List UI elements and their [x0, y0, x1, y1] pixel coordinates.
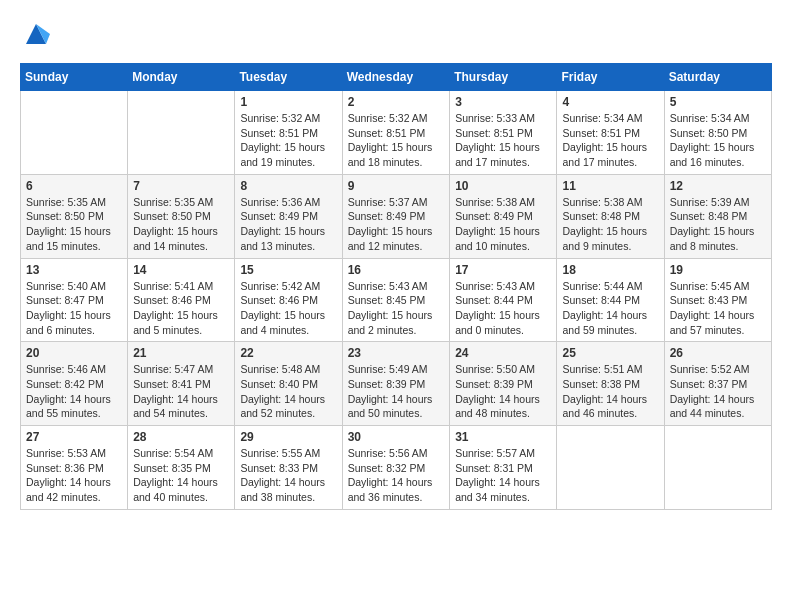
day-info: Sunrise: 5:49 AM Sunset: 8:39 PM Dayligh… [348, 362, 445, 421]
day-number: 20 [26, 346, 122, 360]
day-number: 30 [348, 430, 445, 444]
day-info: Sunrise: 5:55 AM Sunset: 8:33 PM Dayligh… [240, 446, 336, 505]
calendar-cell: 6Sunrise: 5:35 AM Sunset: 8:50 PM Daylig… [21, 174, 128, 258]
calendar-cell: 21Sunrise: 5:47 AM Sunset: 8:41 PM Dayli… [128, 342, 235, 426]
day-info: Sunrise: 5:33 AM Sunset: 8:51 PM Dayligh… [455, 111, 551, 170]
calendar-cell: 13Sunrise: 5:40 AM Sunset: 8:47 PM Dayli… [21, 258, 128, 342]
weekday-header-cell: Tuesday [235, 64, 342, 91]
calendar-cell: 29Sunrise: 5:55 AM Sunset: 8:33 PM Dayli… [235, 426, 342, 510]
calendar-table: SundayMondayTuesdayWednesdayThursdayFrid… [20, 63, 772, 510]
calendar-cell: 4Sunrise: 5:34 AM Sunset: 8:51 PM Daylig… [557, 91, 664, 175]
calendar-cell [128, 91, 235, 175]
calendar-cell: 2Sunrise: 5:32 AM Sunset: 8:51 PM Daylig… [342, 91, 450, 175]
calendar-cell: 30Sunrise: 5:56 AM Sunset: 8:32 PM Dayli… [342, 426, 450, 510]
day-number: 9 [348, 179, 445, 193]
logo-icon [22, 20, 50, 48]
day-info: Sunrise: 5:51 AM Sunset: 8:38 PM Dayligh… [562, 362, 658, 421]
calendar-cell: 27Sunrise: 5:53 AM Sunset: 8:36 PM Dayli… [21, 426, 128, 510]
day-info: Sunrise: 5:35 AM Sunset: 8:50 PM Dayligh… [26, 195, 122, 254]
day-number: 14 [133, 263, 229, 277]
weekday-header-cell: Thursday [450, 64, 557, 91]
day-number: 12 [670, 179, 766, 193]
calendar-cell [664, 426, 771, 510]
calendar-cell: 31Sunrise: 5:57 AM Sunset: 8:31 PM Dayli… [450, 426, 557, 510]
calendar-cell: 24Sunrise: 5:50 AM Sunset: 8:39 PM Dayli… [450, 342, 557, 426]
calendar-cell: 12Sunrise: 5:39 AM Sunset: 8:48 PM Dayli… [664, 174, 771, 258]
day-info: Sunrise: 5:44 AM Sunset: 8:44 PM Dayligh… [562, 279, 658, 338]
calendar-week-row: 20Sunrise: 5:46 AM Sunset: 8:42 PM Dayli… [21, 342, 772, 426]
day-number: 31 [455, 430, 551, 444]
day-number: 23 [348, 346, 445, 360]
calendar-cell: 14Sunrise: 5:41 AM Sunset: 8:46 PM Dayli… [128, 258, 235, 342]
day-number: 25 [562, 346, 658, 360]
day-info: Sunrise: 5:35 AM Sunset: 8:50 PM Dayligh… [133, 195, 229, 254]
calendar-cell: 20Sunrise: 5:46 AM Sunset: 8:42 PM Dayli… [21, 342, 128, 426]
calendar-cell: 19Sunrise: 5:45 AM Sunset: 8:43 PM Dayli… [664, 258, 771, 342]
calendar-cell: 7Sunrise: 5:35 AM Sunset: 8:50 PM Daylig… [128, 174, 235, 258]
day-number: 21 [133, 346, 229, 360]
day-info: Sunrise: 5:34 AM Sunset: 8:51 PM Dayligh… [562, 111, 658, 170]
calendar-cell: 3Sunrise: 5:33 AM Sunset: 8:51 PM Daylig… [450, 91, 557, 175]
calendar-week-row: 13Sunrise: 5:40 AM Sunset: 8:47 PM Dayli… [21, 258, 772, 342]
day-info: Sunrise: 5:43 AM Sunset: 8:45 PM Dayligh… [348, 279, 445, 338]
weekday-header-cell: Friday [557, 64, 664, 91]
day-number: 22 [240, 346, 336, 360]
day-info: Sunrise: 5:47 AM Sunset: 8:41 PM Dayligh… [133, 362, 229, 421]
day-number: 27 [26, 430, 122, 444]
day-info: Sunrise: 5:38 AM Sunset: 8:49 PM Dayligh… [455, 195, 551, 254]
calendar-cell: 28Sunrise: 5:54 AM Sunset: 8:35 PM Dayli… [128, 426, 235, 510]
day-number: 18 [562, 263, 658, 277]
day-number: 24 [455, 346, 551, 360]
day-info: Sunrise: 5:32 AM Sunset: 8:51 PM Dayligh… [240, 111, 336, 170]
day-number: 19 [670, 263, 766, 277]
day-number: 28 [133, 430, 229, 444]
day-number: 26 [670, 346, 766, 360]
calendar-cell: 23Sunrise: 5:49 AM Sunset: 8:39 PM Dayli… [342, 342, 450, 426]
calendar-cell: 15Sunrise: 5:42 AM Sunset: 8:46 PM Dayli… [235, 258, 342, 342]
day-number: 6 [26, 179, 122, 193]
day-info: Sunrise: 5:50 AM Sunset: 8:39 PM Dayligh… [455, 362, 551, 421]
calendar-cell: 1Sunrise: 5:32 AM Sunset: 8:51 PM Daylig… [235, 91, 342, 175]
weekday-header-cell: Saturday [664, 64, 771, 91]
day-number: 7 [133, 179, 229, 193]
calendar-cell: 26Sunrise: 5:52 AM Sunset: 8:37 PM Dayli… [664, 342, 771, 426]
day-info: Sunrise: 5:53 AM Sunset: 8:36 PM Dayligh… [26, 446, 122, 505]
weekday-header-row: SundayMondayTuesdayWednesdayThursdayFrid… [21, 64, 772, 91]
calendar-cell: 22Sunrise: 5:48 AM Sunset: 8:40 PM Dayli… [235, 342, 342, 426]
weekday-header-cell: Wednesday [342, 64, 450, 91]
calendar-body: 1Sunrise: 5:32 AM Sunset: 8:51 PM Daylig… [21, 91, 772, 510]
calendar-week-row: 1Sunrise: 5:32 AM Sunset: 8:51 PM Daylig… [21, 91, 772, 175]
day-info: Sunrise: 5:57 AM Sunset: 8:31 PM Dayligh… [455, 446, 551, 505]
day-info: Sunrise: 5:39 AM Sunset: 8:48 PM Dayligh… [670, 195, 766, 254]
day-number: 29 [240, 430, 336, 444]
day-info: Sunrise: 5:46 AM Sunset: 8:42 PM Dayligh… [26, 362, 122, 421]
day-info: Sunrise: 5:36 AM Sunset: 8:49 PM Dayligh… [240, 195, 336, 254]
calendar-cell: 18Sunrise: 5:44 AM Sunset: 8:44 PM Dayli… [557, 258, 664, 342]
day-number: 17 [455, 263, 551, 277]
day-number: 10 [455, 179, 551, 193]
day-info: Sunrise: 5:38 AM Sunset: 8:48 PM Dayligh… [562, 195, 658, 254]
day-number: 15 [240, 263, 336, 277]
calendar-cell: 10Sunrise: 5:38 AM Sunset: 8:49 PM Dayli… [450, 174, 557, 258]
calendar-week-row: 27Sunrise: 5:53 AM Sunset: 8:36 PM Dayli… [21, 426, 772, 510]
calendar-cell: 5Sunrise: 5:34 AM Sunset: 8:50 PM Daylig… [664, 91, 771, 175]
day-info: Sunrise: 5:32 AM Sunset: 8:51 PM Dayligh… [348, 111, 445, 170]
calendar-cell: 11Sunrise: 5:38 AM Sunset: 8:48 PM Dayli… [557, 174, 664, 258]
day-info: Sunrise: 5:45 AM Sunset: 8:43 PM Dayligh… [670, 279, 766, 338]
weekday-header-cell: Monday [128, 64, 235, 91]
day-info: Sunrise: 5:37 AM Sunset: 8:49 PM Dayligh… [348, 195, 445, 254]
day-info: Sunrise: 5:43 AM Sunset: 8:44 PM Dayligh… [455, 279, 551, 338]
day-number: 4 [562, 95, 658, 109]
day-number: 2 [348, 95, 445, 109]
day-info: Sunrise: 5:34 AM Sunset: 8:50 PM Dayligh… [670, 111, 766, 170]
day-info: Sunrise: 5:42 AM Sunset: 8:46 PM Dayligh… [240, 279, 336, 338]
day-info: Sunrise: 5:41 AM Sunset: 8:46 PM Dayligh… [133, 279, 229, 338]
day-number: 11 [562, 179, 658, 193]
calendar-cell: 25Sunrise: 5:51 AM Sunset: 8:38 PM Dayli… [557, 342, 664, 426]
calendar-week-row: 6Sunrise: 5:35 AM Sunset: 8:50 PM Daylig… [21, 174, 772, 258]
calendar-cell: 8Sunrise: 5:36 AM Sunset: 8:49 PM Daylig… [235, 174, 342, 258]
page-header [20, 20, 772, 53]
day-info: Sunrise: 5:40 AM Sunset: 8:47 PM Dayligh… [26, 279, 122, 338]
day-number: 1 [240, 95, 336, 109]
calendar-cell [557, 426, 664, 510]
